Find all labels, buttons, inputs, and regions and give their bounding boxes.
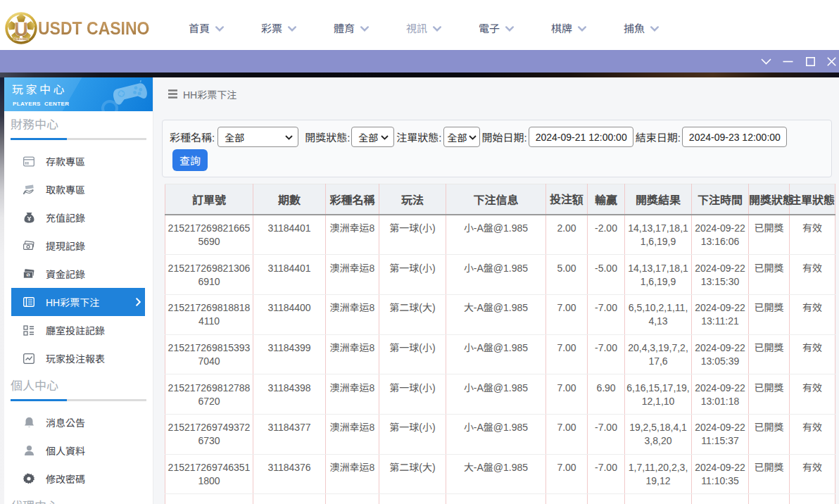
svg-text:$: $ — [27, 273, 30, 277]
